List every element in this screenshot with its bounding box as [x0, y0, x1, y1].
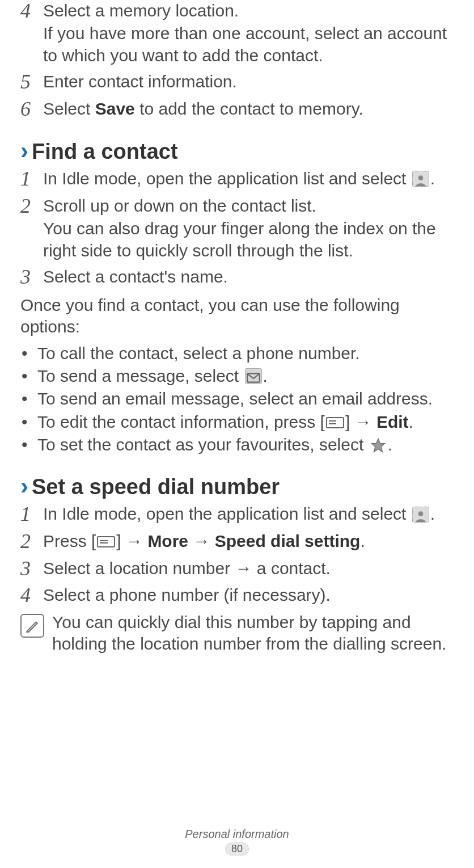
heading-caret-icon: ›: [20, 137, 28, 165]
bullet-text: To send an email message, select an emai…: [37, 388, 454, 410]
step-text-mid: ] →: [116, 532, 147, 550]
step-item: 6 Select Save to add the contact to memo…: [20, 98, 454, 121]
menu-icon: [97, 536, 115, 547]
star-icon: [370, 437, 387, 453]
heading-text: Find a contact: [32, 140, 178, 164]
step-item: 3 Select a contact's name.: [20, 266, 454, 289]
menu-icon: [326, 417, 344, 428]
footer-title: Personal information: [0, 828, 474, 841]
step-number: 4: [20, 0, 43, 23]
step-text: Scroll up or down on the contact list.: [43, 195, 454, 217]
step-bold1: More: [147, 532, 188, 550]
step-text-bold: Save: [95, 99, 135, 118]
step-text-pre: Select: [43, 99, 95, 118]
step-item: 1 In Idle mode, open the application lis…: [20, 503, 454, 526]
step-item: 4 Select a memory location. If you have …: [20, 0, 454, 66]
step-subtext: If you have more than one account, selec…: [43, 23, 454, 66]
step-text-post: to add the contact to memory.: [135, 99, 363, 118]
step-item: 3 Select a location number → a contact.: [20, 558, 454, 580]
svg-point-3: [418, 511, 423, 516]
footer-page-number: 80: [225, 842, 249, 856]
heading-caret-icon: ›: [20, 473, 28, 500]
message-icon: [245, 368, 262, 384]
step-item: 2 Scroll up or down on the contact list.…: [20, 195, 454, 262]
step-body: In Idle mode, open the application list …: [43, 503, 454, 525]
step-number: 2: [20, 530, 43, 553]
step-number: 5: [20, 71, 43, 94]
step-text-pre: Press [: [43, 532, 96, 550]
bullet-item: • To send an email message, select an em…: [20, 388, 454, 410]
section-heading-speed: › Set a speed dial number: [20, 473, 454, 500]
step-item: 2 Press [] → More → Speed dial setting.: [20, 530, 454, 553]
step-body: Press [] → More → Speed dial setting.: [43, 530, 454, 552]
step-body: In Idle mode, open the application list …: [43, 168, 454, 189]
step-number: 6: [20, 98, 43, 121]
bullet-text-post: .: [409, 412, 413, 431]
bullet-marker: •: [20, 434, 37, 456]
svg-point-0: [418, 176, 423, 181]
bullet-item: • To edit the contact information, press…: [20, 411, 454, 433]
note-text: You can quickly dial this number by tapp…: [52, 612, 454, 655]
bullet-marker: •: [20, 388, 37, 410]
step-number: 1: [20, 168, 43, 191]
bullet-body: To set the contact as your favourites, s…: [37, 434, 454, 456]
step-body: Select a location number → a contact.: [43, 558, 454, 579]
step-item: 4 Select a phone number (if necessary).: [20, 584, 454, 607]
step-body: Select a phone number (if necessary).: [43, 584, 454, 606]
page-footer: Personal information 80: [0, 828, 474, 856]
bullet-item: • To set the contact as your favourites,…: [20, 434, 454, 456]
bullet-body: To send a message, select .: [37, 365, 454, 387]
step-text-pre: In Idle mode, open the application list …: [43, 504, 411, 523]
step-number: 3: [20, 558, 43, 580]
step-number: 2: [20, 195, 43, 218]
step-body: Select a memory location. If you have mo…: [43, 0, 454, 66]
step-body: Enter contact information.: [43, 71, 454, 92]
svg-marker-2: [371, 439, 384, 452]
step-body: Select a contact's name.: [43, 266, 454, 288]
step-text-post: .: [430, 504, 435, 523]
step-text-pre: In Idle mode, open the application list …: [43, 169, 411, 188]
step-number: 4: [20, 584, 43, 607]
step-text: Select a location number → a contact.: [43, 559, 331, 578]
bullet-text-post: .: [263, 366, 268, 385]
page-content: 4 Select a memory location. If you have …: [20, 0, 454, 655]
note-box: You can quickly dial this number by tapp…: [20, 612, 454, 655]
step-text: Select a contact's name.: [43, 267, 228, 286]
step-arrow: →: [188, 532, 215, 550]
bullet-text-pre: To edit the contact information, press [: [37, 412, 325, 431]
bullet-item: • To call the contact, select a phone nu…: [20, 343, 454, 364]
bullet-text-post: .: [388, 435, 392, 454]
bullet-marker: •: [20, 411, 37, 433]
bullet-bold: Edit: [376, 412, 409, 431]
note-icon: [20, 614, 44, 638]
step-number: 1: [20, 503, 43, 526]
step-subtext: You can also drag your finger along the …: [43, 218, 454, 262]
bullet-marker: •: [20, 343, 37, 364]
bullet-marker: •: [20, 365, 37, 387]
step-body: Scroll up or down on the contact list. Y…: [43, 195, 454, 262]
bullet-item: • To send a message, select .: [20, 365, 454, 387]
step-text: Select a memory location.: [43, 0, 454, 22]
step-body: Select Save to add the contact to memory…: [43, 98, 454, 120]
step-text: Select a phone number (if necessary).: [43, 585, 331, 604]
bullet-text-pre: To set the contact as your favourites, s…: [37, 435, 369, 454]
bullet-text-mid: ] →: [345, 412, 376, 431]
step-number: 3: [20, 266, 43, 289]
step-item: 1 In Idle mode, open the application lis…: [20, 168, 454, 191]
step-text-post: .: [360, 532, 365, 550]
contacts-icon: [412, 507, 429, 523]
step-item: 5 Enter contact information.: [20, 71, 454, 94]
heading-text: Set a speed dial number: [32, 475, 280, 499]
section-heading-find: › Find a contact: [20, 137, 454, 165]
bullet-text-pre: To send a message, select: [37, 366, 244, 385]
step-text: Enter contact information.: [43, 72, 237, 91]
step-bold2: Speed dial setting: [215, 532, 361, 550]
contacts-icon: [412, 171, 429, 187]
options-intro: Once you find a contact, you can use the…: [20, 294, 454, 338]
bullet-text: To call the contact, select a phone numb…: [37, 343, 454, 364]
bullet-body: To edit the contact information, press […: [37, 411, 454, 433]
step-text-post: .: [430, 169, 435, 188]
